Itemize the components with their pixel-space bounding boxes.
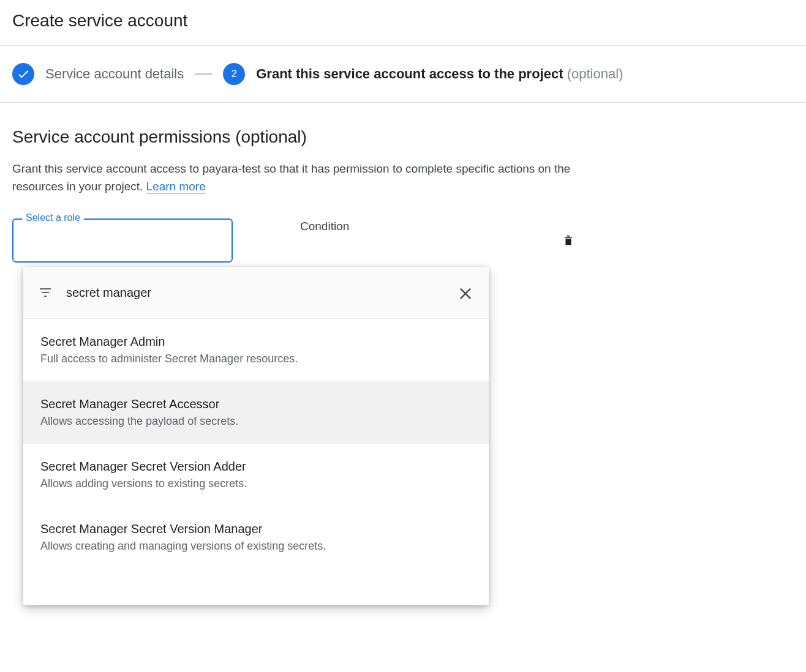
step-2-label-text: Grant this service account access to the… — [256, 66, 563, 81]
step-1[interactable]: Service account details — [12, 63, 184, 85]
section-description-text: Grant this service account access to pay… — [12, 162, 570, 193]
step-2-number-icon: 2 — [223, 63, 245, 85]
learn-more-link[interactable]: Learn more — [146, 180, 206, 193]
check-icon — [12, 63, 34, 85]
step-connector — [195, 73, 212, 75]
trash-icon — [562, 233, 575, 249]
delete-role-button[interactable] — [560, 232, 577, 249]
step-2-label: Grant this service account access to the… — [256, 66, 623, 82]
select-role-label: Select a role — [22, 212, 84, 223]
select-role-field[interactable]: Select a role — [12, 218, 233, 263]
step-2-optional: (optional) — [567, 66, 623, 81]
step-2: 2 Grant this service account access to t… — [223, 63, 623, 85]
page-title: Create service account — [0, 0, 806, 45]
section-description: Grant this service account access to pay… — [12, 160, 576, 195]
stepper: Service account details 2 Grant this ser… — [0, 46, 806, 102]
role-dropdown-panel: Secret Manager Admin Full access to admi… — [23, 267, 489, 275]
section-heading: Service account permissions (optional) — [12, 127, 794, 147]
step-1-label: Service account details — [45, 66, 184, 82]
condition-label: Condition — [300, 218, 349, 233]
